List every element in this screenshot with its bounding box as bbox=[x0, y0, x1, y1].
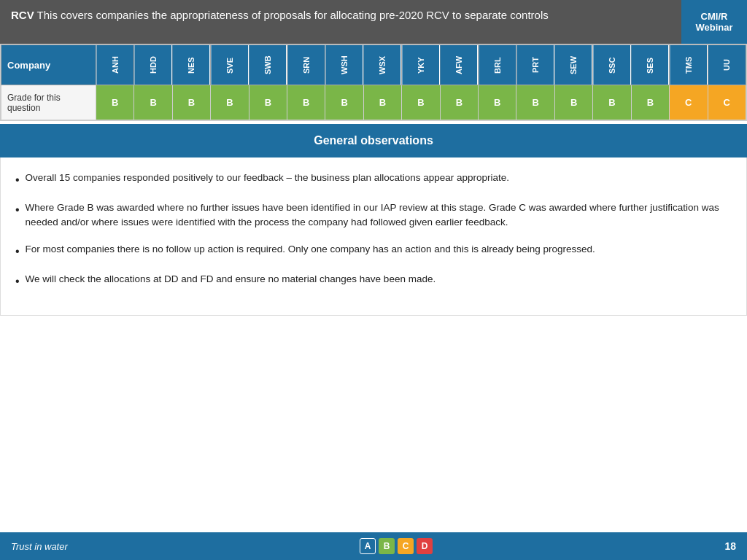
header-badge: CMI/RWebinar bbox=[681, 0, 747, 44]
column-header-wsx: WSX bbox=[363, 45, 401, 85]
column-header-tms: TMS bbox=[670, 45, 708, 85]
grade-cell-hdd: B bbox=[134, 85, 172, 120]
grades-table: Company ANHHDDNESSVESWBSRNWSHWSXYKYAFWBR… bbox=[1, 44, 746, 120]
grade-cell-ssc: B bbox=[593, 85, 631, 120]
column-header-srn: SRN bbox=[287, 45, 325, 85]
column-header-afw: AFW bbox=[440, 45, 478, 85]
column-header-swb: SWB bbox=[249, 45, 287, 85]
grade-cell-sew: B bbox=[554, 85, 592, 120]
observations-body: •Overall 15 companies responded positive… bbox=[0, 158, 747, 316]
grade-cell-swb: B bbox=[249, 85, 287, 120]
column-header-hdd: HDD bbox=[134, 45, 172, 85]
footer-trust-text: Trust in water bbox=[11, 541, 68, 552]
row-label: Grade for this question bbox=[1, 85, 96, 120]
bullet-text: Where Grade B was awarded where no furth… bbox=[26, 201, 732, 230]
grade-cell-srn: B bbox=[287, 85, 325, 120]
bullet-symbol: • bbox=[15, 243, 20, 260]
grade-cell-uu: C bbox=[708, 85, 746, 120]
bullet-item-2: •Where Grade B was awarded where no furt… bbox=[15, 201, 732, 230]
column-header-anh: ANH bbox=[96, 45, 134, 85]
grade-cell-anh: B bbox=[96, 85, 134, 120]
column-header-yky: YKY bbox=[402, 45, 440, 85]
column-header-ssc: SSC bbox=[593, 45, 631, 85]
header-title-bold: RCV bbox=[11, 9, 34, 21]
grade-cell-prt: B bbox=[516, 85, 554, 120]
grade-cell-afw: B bbox=[440, 85, 478, 120]
footer-page-number: 18 bbox=[724, 540, 736, 552]
bullet-text: We will check the allocations at DD and … bbox=[26, 272, 732, 290]
footer-badge-group: ABCD bbox=[360, 538, 433, 554]
bullet-text: For most companies there is no follow up… bbox=[26, 242, 732, 260]
bullet-item-1: •Overall 15 companies responded positive… bbox=[15, 171, 732, 189]
column-header-prt: PRT bbox=[516, 45, 554, 85]
column-header-wsh: WSH bbox=[325, 45, 363, 85]
grades-table-section: Company ANHHDDNESSVESWBSRNWSHWSXYKYAFWBR… bbox=[0, 44, 747, 121]
footer-grade-badge-a: A bbox=[360, 538, 376, 554]
grade-cell-nes: B bbox=[172, 85, 210, 120]
bullet-symbol: • bbox=[15, 201, 20, 230]
header-title: RCV This covers companies the appropriat… bbox=[0, 0, 681, 44]
column-header-uu: UU bbox=[708, 45, 746, 85]
bullet-item-4: •We will check the allocations at DD and… bbox=[15, 272, 732, 290]
grade-cell-wsx: B bbox=[363, 85, 401, 120]
footer: Trust in water ABCD 18 bbox=[0, 532, 747, 560]
grade-cell-ses: B bbox=[631, 85, 669, 120]
observations-header: General observations bbox=[0, 124, 747, 158]
grade-cell-tms: C bbox=[670, 85, 708, 120]
column-header-brl: BRL bbox=[479, 45, 516, 85]
grade-cell-wsh: B bbox=[325, 85, 363, 120]
grade-cell-brl: B bbox=[479, 85, 516, 120]
page-header: RCV This covers companies the appropriat… bbox=[0, 0, 747, 44]
bullet-item-3: •For most companies there is no follow u… bbox=[15, 242, 732, 260]
bullet-symbol: • bbox=[15, 273, 20, 290]
column-header-ses: SES bbox=[631, 45, 669, 85]
footer-grade-badge-b: B bbox=[379, 538, 395, 554]
footer-grade-badge-d: D bbox=[417, 538, 433, 554]
header-title-rest: This covers companies the appropriatenes… bbox=[34, 9, 549, 21]
grade-cell-yky: B bbox=[402, 85, 440, 120]
bullet-symbol: • bbox=[15, 171, 20, 189]
company-column-header: Company bbox=[1, 45, 96, 85]
bullet-text: Overall 15 companies responded positivel… bbox=[26, 171, 732, 189]
grade-cell-sve: B bbox=[211, 85, 249, 120]
column-header-sew: SEW bbox=[554, 45, 592, 85]
column-header-sve: SVE bbox=[211, 45, 249, 85]
column-header-nes: NES bbox=[172, 45, 210, 85]
footer-grade-badge-c: C bbox=[398, 538, 414, 554]
